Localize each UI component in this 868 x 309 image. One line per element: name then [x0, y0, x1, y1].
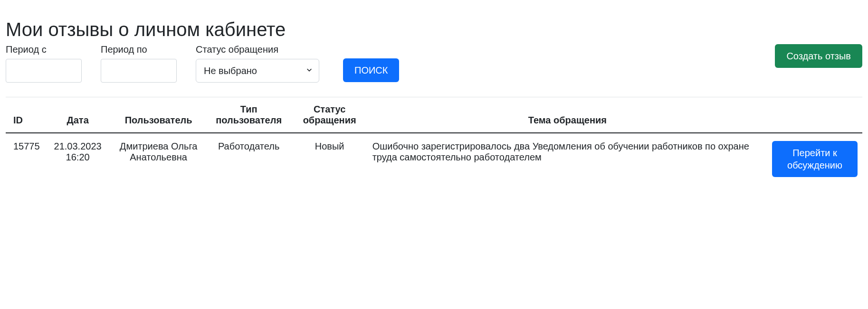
period-from-input[interactable]	[6, 59, 82, 83]
col-date: Дата	[45, 97, 111, 133]
status-select[interactable]: Не выбрано	[196, 59, 319, 83]
col-topic: Тема обращения	[368, 97, 767, 133]
period-to-input[interactable]	[101, 59, 177, 83]
cell-user: Дмитриева Ольга Анатольевна	[111, 133, 206, 185]
cell-topic: Ошибочно зарегистрировалось два Уведомле…	[368, 133, 767, 185]
cell-action: Перейти к обсуждению	[767, 133, 862, 185]
filter-period-from: Период с	[6, 44, 82, 83]
filter-period-to: Период по	[101, 44, 177, 83]
cell-date: 21.03.2023 16:20	[45, 133, 111, 185]
filters-bar: Период с Период по Статус обращения Не в…	[6, 44, 862, 83]
table-row: 15775 21.03.2023 16:20 Дмитриева Ольга А…	[6, 133, 862, 185]
col-user-type: Тип пользователя	[206, 97, 292, 133]
period-from-label: Период с	[6, 44, 82, 55]
cell-user-type: Работодатель	[206, 133, 292, 185]
col-user: Пользователь	[111, 97, 206, 133]
status-label: Статус обращения	[196, 44, 319, 55]
col-id: ID	[6, 97, 45, 133]
search-button[interactable]: ПОИСК	[343, 58, 399, 82]
table-header-row: ID Дата Пользователь Тип пользователя Ст…	[6, 97, 862, 133]
reviews-table-wrap: ID Дата Пользователь Тип пользователя Ст…	[6, 97, 862, 185]
period-to-label: Период по	[101, 44, 177, 55]
reviews-table: ID Дата Пользователь Тип пользователя Ст…	[6, 97, 862, 185]
col-action	[767, 97, 862, 133]
cell-status: Новый	[292, 133, 368, 185]
go-to-discussion-button[interactable]: Перейти к обсуждению	[772, 141, 858, 177]
status-select-wrap: Не выбрано	[196, 59, 319, 83]
create-review-button[interactable]: Создать отзыв	[775, 44, 862, 68]
col-status: Статус обращения	[292, 97, 368, 133]
cell-id: 15775	[6, 133, 45, 185]
filter-status: Статус обращения Не выбрано	[196, 44, 319, 83]
page-title: Мои отзывы о личном кабинете	[6, 19, 862, 40]
